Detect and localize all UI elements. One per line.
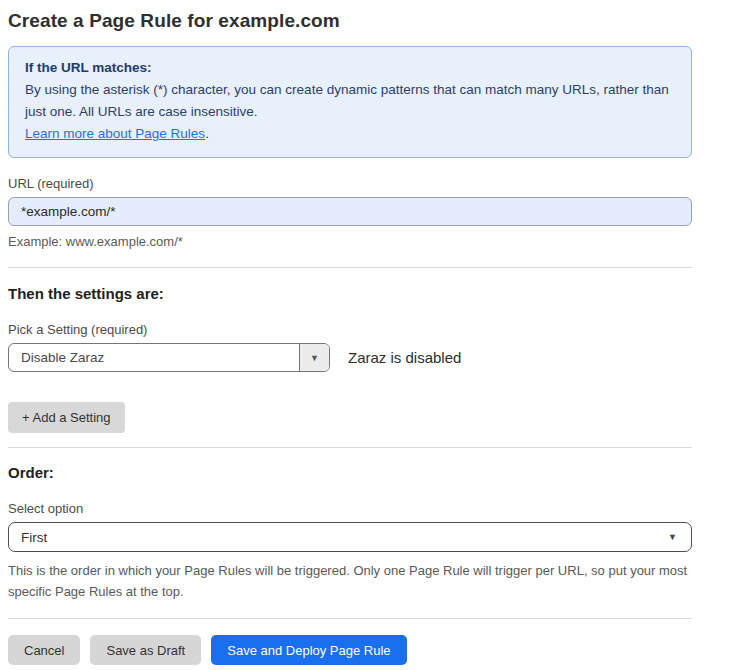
chevron-down-icon[interactable]: ▼: [299, 344, 329, 371]
info-box-link-line: Learn more about Page Rules.: [25, 123, 675, 145]
link-suffix: .: [205, 126, 209, 141]
url-field-label: URL (required): [8, 176, 692, 191]
info-box-heading: If the URL matches:: [25, 57, 675, 79]
divider: [8, 267, 692, 268]
form-actions: Cancel Save as Draft Save and Deploy Pag…: [8, 635, 692, 665]
page-rule-form: Create a Page Rule for example.com If th…: [0, 0, 692, 665]
setting-select[interactable]: Disable Zaraz ▼: [8, 343, 330, 372]
order-select[interactable]: First ▼: [8, 522, 692, 552]
setting-status-text: Zaraz is disabled: [348, 349, 461, 366]
chevron-down-icon: ▼: [668, 532, 677, 542]
setting-row: Disable Zaraz ▼ Zaraz is disabled: [8, 343, 692, 372]
order-section-heading: Order:: [8, 464, 692, 481]
save-and-deploy-button[interactable]: Save and Deploy Page Rule: [211, 635, 406, 665]
page-title: Create a Page Rule for example.com: [8, 10, 692, 32]
add-setting-button[interactable]: + Add a Setting: [8, 402, 125, 433]
order-select-label: Select option: [8, 501, 692, 516]
url-input[interactable]: [8, 197, 692, 226]
order-help-text: This is the order in which your Page Rul…: [8, 560, 692, 602]
save-as-draft-button[interactable]: Save as Draft: [90, 635, 201, 665]
cancel-button[interactable]: Cancel: [8, 635, 80, 665]
settings-section-heading: Then the settings are:: [8, 285, 692, 302]
order-select-value: First: [21, 530, 47, 545]
url-match-info-box: If the URL matches: By using the asteris…: [8, 46, 692, 158]
url-example-text: Example: www.example.com/*: [8, 234, 692, 249]
info-box-body: By using the asterisk (*) character, you…: [25, 79, 675, 123]
learn-more-link[interactable]: Learn more about Page Rules: [25, 126, 205, 141]
divider: [8, 618, 692, 619]
setting-picker-label: Pick a Setting (required): [8, 322, 692, 337]
setting-select-value: Disable Zaraz: [9, 344, 299, 371]
divider: [8, 447, 692, 448]
